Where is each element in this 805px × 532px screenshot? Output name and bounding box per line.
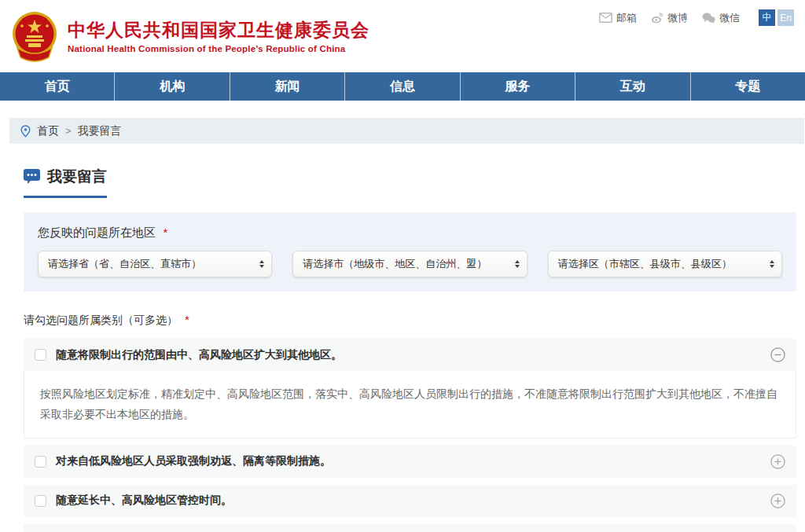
wechat-label: 微信 xyxy=(719,11,740,25)
weibo-label: 微博 xyxy=(667,11,688,25)
site-subtitle: National Health Commission of the People… xyxy=(68,44,369,53)
language-switcher: 中 En xyxy=(759,9,794,26)
district-select[interactable]: 请选择区（市辖区、县级市、县级区） xyxy=(548,251,782,277)
page-title: 我要留言 xyxy=(47,167,107,187)
select-stepper-icon xyxy=(259,260,264,268)
category-form-label-row: 请勾选问题所属类别（可多选） * xyxy=(24,313,796,328)
site-header: 中华人民共和国国家卫生健康委员会 National Health Commiss… xyxy=(0,0,805,72)
category-title-3: 随意延长中、高风险地区管控时间。 xyxy=(56,493,770,508)
category-row-3[interactable]: 随意延长中、高风险地区管控时间。 xyxy=(24,485,796,517)
select-stepper-icon xyxy=(515,260,520,268)
page-content: 我要留言 您反映的问题所在地区 * 请选择省（省、自治区、直辖市） 请选择市（地… xyxy=(24,144,796,532)
message-bubble-icon xyxy=(24,169,40,185)
national-emblem-logo[interactable] xyxy=(11,10,58,62)
required-asterisk: * xyxy=(185,313,189,326)
category-row-4[interactable]: 随意扩大采取隔离、管控措施的风险人员范围。 xyxy=(24,524,796,532)
lang-zh-button[interactable]: 中 xyxy=(759,9,775,26)
nav-item-information[interactable]: 信息 xyxy=(344,72,459,101)
breadcrumb-home[interactable]: 首页 xyxy=(37,124,59,138)
location-pin-icon xyxy=(20,125,31,138)
province-select-placeholder: 请选择省（省、自治区、直辖市） xyxy=(48,257,201,271)
category-list: 随意将限制出行的范围由中、高风险地区扩大到其他地区。 按照风险地区划定标准，精准… xyxy=(24,339,796,532)
category-row-2[interactable]: 对来自低风险地区人员采取强制劝返、隔离等限制措施。 xyxy=(24,446,796,478)
header-utility-links: 邮箱 微博 微信 xyxy=(599,9,794,26)
city-select[interactable]: 请选择市（地级市、地区、自治州、盟） xyxy=(292,251,527,277)
site-title: 中华人民共和国国家卫生健康委员会 xyxy=(68,19,369,42)
mail-icon xyxy=(599,13,612,23)
collapse-minus-icon[interactable] xyxy=(770,347,785,362)
category-item: 随意将限制出行的范围由中、高风险地区扩大到其他地区。 按照风险地区划定标准，精准… xyxy=(24,339,796,438)
category-item: 对来自低风险地区人员采取强制劝返、隔离等限制措施。 xyxy=(24,446,796,478)
required-asterisk: * xyxy=(163,226,167,239)
category-checkbox-1[interactable] xyxy=(35,349,46,361)
mail-link[interactable]: 邮箱 xyxy=(599,11,637,25)
wechat-icon xyxy=(702,13,715,24)
select-stepper-icon xyxy=(770,260,774,268)
category-checkbox-2[interactable] xyxy=(35,456,46,468)
lang-en-button[interactable]: En xyxy=(777,9,794,26)
weibo-icon xyxy=(651,13,663,24)
breadcrumb-separator: > xyxy=(65,125,72,137)
nav-item-institutions[interactable]: 机构 xyxy=(114,72,229,101)
category-item: 随意延长中、高风险地区管控时间。 xyxy=(24,485,796,517)
district-select-placeholder: 请选择区（市辖区、县级市、县级区） xyxy=(558,257,732,271)
category-item: 随意扩大采取隔离、管控措施的风险人员范围。 xyxy=(24,524,796,532)
province-select[interactable]: 请选择省（省、自治区、直辖市） xyxy=(38,251,272,277)
nav-item-topics[interactable]: 专题 xyxy=(690,72,805,101)
mail-label: 邮箱 xyxy=(616,11,637,25)
region-form-section: 您反映的问题所在地区 * 请选择省（省、自治区、直辖市） 请选择市（地级市、地区… xyxy=(24,212,796,292)
category-title-2: 对来自低风险地区人员采取强制劝返、隔离等限制措施。 xyxy=(56,454,770,468)
nav-item-home[interactable]: 首页 xyxy=(0,72,114,101)
expand-plus-icon[interactable] xyxy=(770,454,785,469)
region-form-label-row: 您反映的问题所在地区 * xyxy=(38,226,782,240)
main-nav: 首页 机构 新闻 信息 服务 互动 专题 xyxy=(0,72,805,101)
weibo-link[interactable]: 微博 xyxy=(651,11,688,25)
breadcrumb: 首页 > 我要留言 xyxy=(9,118,804,144)
category-checkbox-3[interactable] xyxy=(35,495,46,507)
region-form-label: 您反映的问题所在地区 xyxy=(38,226,156,239)
region-select-row: 请选择省（省、自治区、直辖市） 请选择市（地级市、地区、自治州、盟） 请选择区（… xyxy=(38,251,782,277)
nav-item-services[interactable]: 服务 xyxy=(460,72,575,101)
category-description-1: 按照风险地区划定标准，精准划定中、高风险地区范围，落实中、高风险地区人员限制出行… xyxy=(24,371,796,438)
nav-item-news[interactable]: 新闻 xyxy=(230,72,344,101)
nav-item-interaction[interactable]: 互动 xyxy=(575,72,689,101)
breadcrumb-current: 我要留言 xyxy=(78,124,122,138)
wechat-link[interactable]: 微信 xyxy=(702,11,740,25)
category-row-1[interactable]: 随意将限制出行的范围由中、高风险地区扩大到其他地区。 xyxy=(24,339,796,371)
category-form-label: 请勾选问题所属类别（可多选） xyxy=(24,314,178,326)
category-title-1: 随意将限制出行的范围由中、高风险地区扩大到其他地区。 xyxy=(56,348,770,362)
page-title-block: 我要留言 xyxy=(24,167,107,198)
brand-block: 中华人民共和国国家卫生健康委员会 National Health Commiss… xyxy=(68,19,369,54)
expand-plus-icon[interactable] xyxy=(770,493,785,508)
city-select-placeholder: 请选择市（地级市、地区、自治州、盟） xyxy=(303,257,487,271)
